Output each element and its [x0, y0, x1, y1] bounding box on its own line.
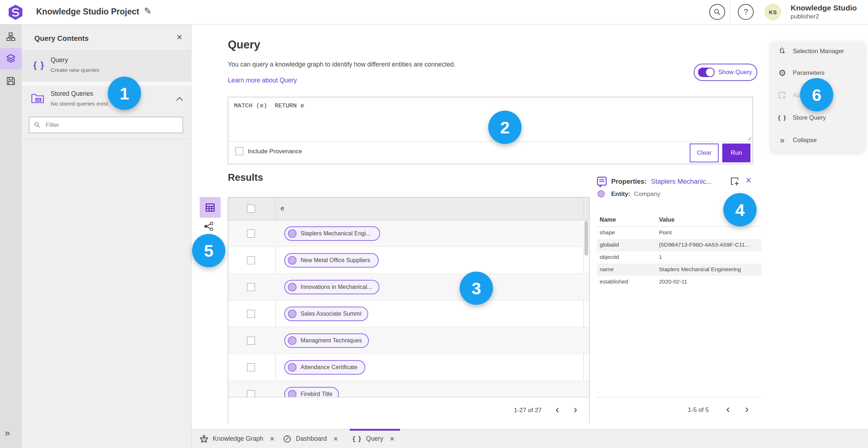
property-row[interactable]: globalid {5D9B4713-F98D-4A53-A59F-C11... — [597, 239, 761, 251]
property-value: 1 — [659, 254, 760, 260]
property-row[interactable]: objectid 1 — [597, 251, 761, 264]
tab-close-icon[interactable]: × — [333, 434, 338, 444]
project-title: Knowledge Studio Project — [36, 7, 139, 17]
tab-close-icon[interactable]: × — [270, 434, 275, 444]
table-row[interactable]: Firebird Title — [228, 381, 589, 397]
entity-chip[interactable]: New Metal Office Suppliers — [284, 253, 379, 268]
row-checkbox[interactable] — [247, 390, 255, 397]
entity-chip[interactable]: Attendance Certificate — [284, 360, 365, 375]
query-description: You can query a knowledge graph to ident… — [228, 61, 455, 68]
results-table-header: e — [228, 197, 589, 220]
help-icon: ? — [744, 7, 748, 17]
collapse-section-icon[interactable] — [176, 97, 183, 103]
select-all-checkbox[interactable] — [247, 205, 255, 213]
entity-chip[interactable]: Staplers Mechanical Engi... — [284, 226, 380, 241]
add-to-selection-icon[interactable] — [730, 176, 740, 186]
item-title: Query — [51, 56, 68, 64]
entity-chip[interactable]: Firebird Title — [284, 387, 339, 397]
sidebar-item-stored-queries[interactable]: Stored Queries No stored queries exist — [22, 86, 192, 117]
entity-chip-label: Managment Techniques — [301, 337, 362, 344]
property-row[interactable]: established 2020-02-11 — [597, 276, 761, 288]
tab-dashboard[interactable]: Dashboard × — [283, 429, 338, 448]
include-provenance-checkbox[interactable] — [235, 147, 243, 155]
annotation-badge-2: 2 — [488, 111, 522, 144]
next-page-icon[interactable]: › — [745, 404, 749, 414]
gear-icon: ⚙ — [778, 68, 787, 78]
panel-close-icon[interactable]: × — [176, 32, 182, 42]
table-row[interactable]: Staplers Mechanical Engi... — [228, 220, 589, 247]
row-checkbox[interactable] — [247, 256, 255, 264]
avatar[interactable]: KS — [765, 4, 781, 20]
table-scrollbar[interactable] — [584, 221, 588, 256]
entity-dot-icon — [288, 310, 297, 318]
row-checkbox[interactable] — [247, 363, 255, 371]
entity-dot-icon — [288, 336, 297, 345]
table-row[interactable]: Sales Associate Summit — [228, 300, 589, 327]
help-button[interactable]: ? — [738, 4, 754, 20]
entity-chip-label: New Metal Office Suppliers — [301, 257, 370, 264]
table-row[interactable]: Innovations in Mechanical... — [228, 274, 589, 300]
link-chart-view-icon[interactable] — [203, 221, 214, 231]
tab-knowledge-graph[interactable]: Knowledge Graph × — [200, 429, 275, 448]
entity-chip-label: Innovations in Mechanical... — [301, 284, 372, 290]
entity-chip[interactable]: Managment Techniques — [284, 333, 369, 348]
prev-page-icon[interactable]: ‹ — [556, 404, 559, 415]
row-checkbox[interactable] — [247, 337, 255, 345]
toggle-switch[interactable] — [698, 68, 715, 77]
filter-input[interactable] — [45, 121, 178, 129]
properties-close-icon[interactable]: × — [746, 175, 752, 186]
query-text-input[interactable]: MATCH (e) RETURN e — [234, 102, 304, 109]
entity-chip[interactable]: Innovations in Mechanical... — [284, 280, 379, 294]
expand-panel-icon[interactable]: » — [5, 427, 10, 439]
tab-query[interactable]: { } Query × — [353, 429, 395, 448]
row-checkbox[interactable] — [247, 230, 255, 238]
menu-item-store-query[interactable]: { } Store Query — [778, 112, 861, 124]
property-value: {5D9B4713-F98D-4A53-A59F-C11... — [659, 242, 760, 248]
table-row[interactable]: Attendance Certificate — [228, 354, 589, 381]
learn-more-link[interactable]: Learn more about Query — [228, 77, 297, 84]
layers-icon[interactable] — [6, 54, 16, 63]
user-role: publisher2 — [791, 13, 819, 20]
save-icon[interactable] — [6, 76, 16, 86]
property-name: name — [600, 266, 614, 273]
table-row[interactable]: New Metal Office Suppliers — [228, 247, 589, 274]
prev-page-icon[interactable]: ‹ — [726, 404, 730, 414]
entity-chip[interactable]: Sales Associate Summit — [284, 307, 368, 321]
tab-close-icon[interactable]: × — [390, 434, 395, 444]
sidebar-item-query[interactable]: { } Query Create new queries — [22, 51, 192, 82]
menu-item-selection-manager[interactable]: Selection Manager — [778, 46, 861, 57]
table-row[interactable]: Managment Techniques — [228, 327, 589, 354]
properties-entity-link[interactable]: Staplers Mechanic... — [651, 178, 712, 185]
edit-title-icon[interactable]: ✎ — [144, 6, 153, 15]
entity-dot-icon — [288, 283, 297, 291]
clear-button[interactable]: Clear — [690, 144, 719, 162]
properties-col-value: Value — [659, 216, 675, 223]
properties-col-name: Name — [600, 216, 616, 223]
table-view-button[interactable] — [200, 197, 221, 218]
braces-icon: { } — [778, 114, 787, 121]
filter-field[interactable] — [29, 117, 183, 133]
row-checkbox[interactable] — [247, 310, 255, 318]
entity-dot-icon — [288, 390, 297, 397]
search-button[interactable] — [709, 4, 725, 20]
search-icon — [713, 8, 721, 16]
selection-manager-icon — [778, 47, 787, 56]
property-name: established — [600, 278, 628, 285]
property-row[interactable]: shape Point — [597, 227, 761, 239]
divider — [22, 139, 192, 139]
menu-item-label: Parameters — [793, 69, 825, 77]
hierarchy-icon[interactable] — [6, 32, 16, 42]
run-button[interactable]: Run — [722, 144, 750, 162]
resize-handle[interactable] — [746, 136, 751, 140]
next-page-icon[interactable]: › — [574, 404, 577, 415]
divider — [228, 141, 753, 142]
property-row[interactable]: name Staplers Mechanical Engineering — [597, 264, 761, 276]
menu-item-collapse[interactable]: » Collapse — [778, 135, 861, 146]
row-checkbox[interactable] — [247, 283, 255, 291]
results-title: Results — [228, 172, 263, 183]
entity-chip-label: Sales Associate Summit — [301, 311, 362, 317]
menu-item-parameters[interactable]: ⚙ Parameters — [778, 67, 861, 79]
topbar-divider — [730, 0, 730, 24]
page-title: Query — [228, 38, 260, 51]
show-query-toggle[interactable]: Show Query — [694, 64, 757, 81]
